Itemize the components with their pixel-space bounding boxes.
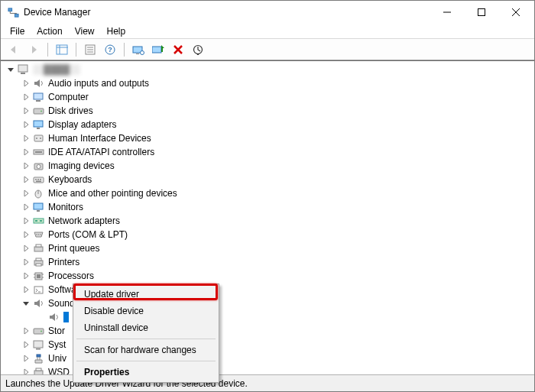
tree-category[interactable]: IDE ATA/ATAPI controllers	[21, 145, 534, 159]
show-hide-console-button[interactable]	[54, 41, 70, 58]
properties-button[interactable]	[82, 41, 99, 58]
svg-rect-25	[34, 93, 43, 99]
expand-icon[interactable]	[21, 229, 31, 240]
minimize-button[interactable]	[430, 2, 464, 24]
expand-icon[interactable]	[21, 133, 31, 144]
tree-root[interactable]: ████	[5, 63, 534, 76]
expand-icon[interactable]	[21, 257, 31, 267]
titlebar: Device Manager	[1, 1, 534, 24]
expand-icon[interactable]	[21, 78, 31, 89]
svg-point-51	[38, 234, 40, 235]
category-icon	[33, 118, 45, 131]
tree-category[interactable]: Computer	[21, 90, 534, 104]
ctx-properties[interactable]: Properties	[75, 364, 217, 381]
category-icon	[33, 283, 45, 296]
toolbar: ?	[1, 39, 534, 60]
uninstall-device-toolbar-button[interactable]	[170, 41, 186, 58]
category-label: Audio inputs and outputs	[48, 78, 149, 89]
svg-point-28	[41, 111, 42, 112]
expand-icon[interactable]	[21, 147, 31, 157]
svg-rect-48	[35, 220, 37, 222]
svg-rect-54	[36, 245, 41, 247]
expand-icon[interactable]	[21, 326, 31, 336]
category-icon	[33, 105, 45, 117]
category-icon	[33, 91, 45, 103]
expand-icon[interactable]	[21, 284, 31, 295]
expand-icon[interactable]	[21, 367, 31, 374]
tree-category[interactable]: Print queues	[21, 241, 534, 255]
expand-icon[interactable]	[21, 215, 31, 226]
svg-rect-29	[34, 121, 43, 127]
expand-icon[interactable]	[21, 202, 31, 212]
expand-icon[interactable]	[21, 271, 31, 281]
root-label: ████	[33, 64, 80, 75]
collapse-icon[interactable]	[21, 298, 31, 309]
menu-help[interactable]: Help	[101, 24, 132, 38]
collapse-icon[interactable]	[5, 64, 16, 75]
device-label	[63, 312, 69, 322]
tree-category[interactable]: Mice and other pointing devices	[21, 186, 534, 200]
category-icon	[33, 173, 45, 186]
category-label: Mice and other pointing devices	[48, 188, 177, 199]
tree-category[interactable]: Human Interface Devices	[21, 131, 534, 145]
expand-icon[interactable]	[21, 174, 31, 185]
expand-icon[interactable]	[21, 160, 31, 171]
category-label: WSD	[48, 367, 70, 374]
category-icon	[33, 256, 45, 268]
category-icon	[33, 339, 45, 351]
tree-category[interactable]: Audio inputs and outputs	[21, 76, 534, 90]
svg-rect-24	[21, 73, 25, 74]
close-button[interactable]	[498, 2, 533, 24]
expand-icon[interactable]	[21, 119, 31, 130]
svg-rect-64	[34, 287, 43, 293]
expand-icon[interactable]	[21, 188, 31, 199]
tree-category[interactable]: Ports (COM & LPT)	[21, 228, 534, 241]
svg-rect-18	[152, 47, 161, 53]
svg-rect-42	[36, 181, 41, 183]
category-icon	[33, 325, 45, 337]
expand-icon[interactable]	[21, 353, 31, 364]
window-title: Device Manager	[24, 7, 90, 18]
svg-point-37	[37, 165, 41, 169]
category-icon	[33, 160, 45, 172]
svg-point-33	[40, 138, 41, 139]
tree-category[interactable]: Keyboards	[21, 173, 534, 186]
category-label: Ports (COM & LPT)	[48, 229, 128, 240]
scan-hardware-button[interactable]	[130, 41, 147, 58]
category-label: Monitors	[48, 202, 83, 212]
forward-button[interactable]	[25, 41, 42, 58]
svg-rect-46	[37, 210, 40, 212]
tree-category[interactable]: Disk drives	[21, 104, 534, 118]
svg-rect-70	[34, 371, 43, 374]
tree-category[interactable]: Network adapters	[21, 214, 534, 228]
disable-device-toolbar-button[interactable]	[190, 41, 206, 58]
svg-rect-0	[8, 8, 11, 11]
ctx-uninstall-device[interactable]: Uninstall device	[75, 319, 217, 336]
category-label: Print queues	[48, 243, 99, 254]
computer-icon	[18, 63, 30, 76]
category-icon	[33, 270, 45, 282]
help-button[interactable]: ?	[102, 41, 118, 58]
expand-icon[interactable]	[21, 243, 31, 254]
tree-category[interactable]: Display adapters	[21, 118, 534, 131]
menu-action[interactable]: Action	[31, 24, 68, 38]
window-controls	[430, 2, 533, 24]
ctx-disable-device[interactable]: Disable device	[75, 303, 217, 319]
category-label: Syst	[48, 339, 66, 350]
ctx-scan-hardware[interactable]: Scan for hardware changes	[75, 342, 217, 358]
tree-category[interactable]: Printers	[21, 255, 534, 269]
tree-category[interactable]: Monitors	[21, 200, 534, 214]
svg-rect-47	[34, 219, 44, 223]
menu-view[interactable]: View	[69, 24, 101, 38]
tree-category[interactable]: Imaging devices	[21, 159, 534, 173]
tree-category[interactable]: Processors	[21, 269, 534, 283]
menu-file[interactable]: File	[4, 24, 31, 38]
ctx-update-driver[interactable]: Update driver	[75, 286, 217, 303]
expand-icon[interactable]	[21, 339, 31, 350]
back-button[interactable]	[5, 41, 22, 58]
category-label: Human Interface Devices	[48, 133, 151, 144]
expand-icon[interactable]	[21, 105, 31, 116]
maximize-button[interactable]	[464, 2, 498, 24]
update-driver-toolbar-button[interactable]	[150, 41, 167, 58]
expand-icon[interactable]	[21, 92, 31, 102]
